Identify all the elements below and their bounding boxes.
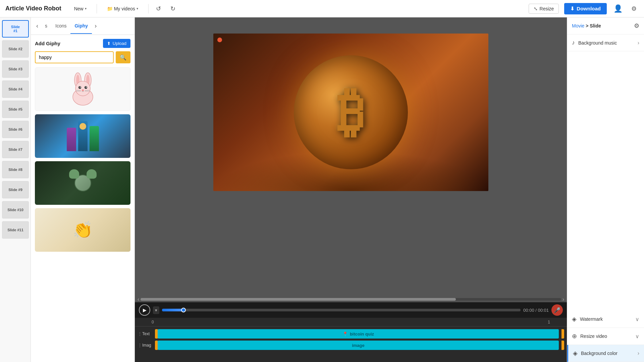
tabs-next-button[interactable]: › [92, 21, 99, 31]
redo-button[interactable]: ↻ [168, 3, 177, 14]
left-panel: ‹ s Icons Giphy › Add Giphy ⬆ Upload [31, 17, 135, 362]
slide-thumb-8[interactable]: Slide #8 [2, 161, 29, 178]
giphy-search-button[interactable]: 🔍 [116, 51, 130, 63]
slide-thumb-10[interactable]: Slide #10 [2, 201, 29, 219]
giphy-image-3 [35, 161, 130, 205]
timeline-ruler: 0 1 [135, 318, 567, 326]
giphy-item-2[interactable] [35, 114, 130, 158]
download-icon: ⬇ [570, 6, 575, 12]
breadcrumb-separator: > [586, 23, 590, 28]
resize-video-icon: ⊕ [572, 333, 577, 340]
red-dot [217, 38, 222, 42]
track-handle-image[interactable]: ⋮ [138, 343, 141, 348]
track-text-label: Text [142, 331, 150, 336]
timeline-speed-dropdown[interactable]: ▾ [153, 306, 159, 314]
upload-icon: ⬆ [107, 41, 111, 46]
track-body-text[interactable]: 📍 bitcoin quiz [158, 329, 559, 339]
track-label-image: ⋮ Imag [135, 343, 155, 348]
section-resize-video[interactable]: ⊕ Resize video ∨ [567, 328, 644, 345]
tab-giphy[interactable]: Giphy [70, 18, 92, 34]
tab-s[interactable]: s [41, 18, 51, 34]
progress-bar[interactable] [162, 309, 521, 311]
timeline: ▶ ▾ 00:00 / 00:01 🎤 0 1 ⋮ [135, 302, 567, 362]
track-start-image [155, 341, 158, 350]
folder-icon: 📁 [107, 6, 113, 11]
bitcoin-visual: ₿ [294, 55, 408, 169]
resize-icon: ⤡ [534, 6, 538, 11]
scroll-thumb [141, 298, 456, 301]
progress-fill [162, 309, 183, 311]
settings-topbar-button[interactable]: ⚙ [629, 3, 639, 14]
my-videos-label: My videos [114, 6, 135, 11]
search-icon: 🔍 [120, 55, 126, 60]
section-left-resize: ⊕ Resize video [572, 333, 607, 340]
slide-thumb-11[interactable]: Slide #11 [2, 221, 29, 239]
slide-thumb-1[interactable]: Slide #1 [2, 20, 29, 38]
giphy-image-4: 👏 [35, 208, 130, 252]
upload-button[interactable]: ⬆ Upload [103, 39, 130, 48]
slide-thumb-6[interactable]: Slide #6 [2, 121, 29, 138]
section-left-music: ♪ Background music [572, 39, 617, 46]
track-handle-text[interactable]: ⋮ [138, 331, 141, 337]
section-watermark[interactable]: ◈ Watermark ∨ [567, 311, 644, 328]
section-background-color[interactable]: ◈ Background color › [567, 345, 644, 362]
giphy-item-1[interactable] [35, 67, 130, 111]
breadcrumb-movie-link[interactable]: Movie [572, 23, 584, 28]
ruler-label-0: 0 [152, 320, 154, 324]
bitcoin-symbol: ₿ [337, 81, 364, 143]
breadcrumb-slide: Slide [590, 23, 601, 28]
undo-button[interactable]: ↺ [154, 3, 163, 14]
slide-thumb-9[interactable]: Slide #9 [2, 181, 29, 198]
slide-thumb-2[interactable]: Slide #2 [2, 40, 29, 58]
canvas-scrollbar[interactable]: ‹ › [135, 297, 567, 302]
resize-button[interactable]: ⤡ Resize [529, 4, 559, 14]
topbar: Article Video Robot New ▾ 📁 My videos ▾ … [0, 0, 644, 17]
track-row-text: ⋮ Text 📍 bitcoin quiz [135, 328, 567, 339]
giphy-item-4[interactable]: 👏 [35, 208, 130, 252]
breadcrumb: Movie > Slide [572, 23, 601, 28]
timeline-tracks: ⋮ Text 📍 bitcoin quiz ⋮ [135, 326, 567, 353]
watermark-icon: ◈ [572, 315, 577, 323]
section-background-music[interactable]: ♪ Background music › [567, 35, 644, 51]
slide-thumb-5[interactable]: Slide #5 [2, 101, 29, 118]
download-label: Download [577, 6, 601, 11]
mic-button[interactable]: 🎤 [551, 304, 563, 316]
slide-thumb-3[interactable]: Slide #3 [2, 60, 29, 78]
slide-thumb-4[interactable]: Slide #4 [2, 80, 29, 98]
topbar-divider-1 [97, 4, 97, 13]
download-button[interactable]: ⬇ Download [564, 3, 607, 14]
resize-label: Resize [540, 6, 554, 11]
upload-label: Upload [113, 41, 126, 46]
ruler-label-1: 1 [548, 320, 550, 324]
music-arrow-icon: › [638, 40, 639, 46]
bgcolor-arrow-icon: › [638, 350, 639, 356]
slide-thumb-7[interactable]: Slide #7 [2, 141, 29, 158]
new-button[interactable]: New ▾ [69, 4, 91, 13]
my-videos-button[interactable]: 📁 My videos ▾ [102, 4, 143, 13]
svg-point-9 [86, 87, 87, 88]
my-videos-arrow-icon: ▾ [137, 7, 138, 10]
music-icon: ♪ [572, 39, 575, 46]
tab-icons[interactable]: Icons [51, 18, 70, 34]
app-title: Article Video Robot [5, 5, 61, 12]
track-text-content: 📍 bitcoin quiz [342, 331, 374, 337]
tabs-prev-button[interactable]: ‹ [34, 21, 41, 31]
slides-panel: Slide #1 Slide #2 Slide #3 Slide #4 Slid… [0, 17, 31, 362]
giphy-rabbit [66, 70, 100, 108]
track-row-image: ⋮ Imag image [135, 340, 567, 351]
track-body-image[interactable]: image [158, 341, 559, 350]
svg-point-5 [75, 81, 90, 96]
play-button[interactable]: ▶ [139, 304, 150, 316]
bgcolor-icon: ◈ [573, 350, 578, 357]
right-panel-settings-button[interactable]: ⚙ [634, 22, 639, 29]
track-end-image [561, 341, 564, 350]
left-tabs: ‹ s Icons Giphy › [31, 17, 135, 35]
track-label-text: ⋮ Text [135, 331, 155, 337]
giphy-item-3[interactable] [35, 161, 130, 205]
user-avatar-button[interactable]: 👤 [612, 3, 624, 14]
section-left-watermark: ◈ Watermark [572, 315, 603, 323]
giphy-search-input[interactable] [35, 51, 114, 63]
giphy-grid: 👏 [35, 67, 130, 252]
time-display: 00:00 / 00:01 [523, 308, 549, 313]
section-label-watermark: Watermark [580, 316, 603, 322]
